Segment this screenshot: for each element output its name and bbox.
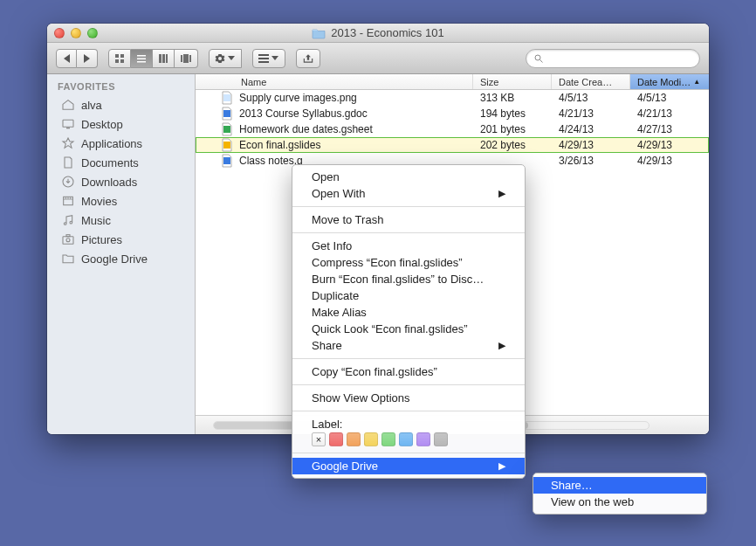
label-swatches: × bbox=[292, 431, 525, 448]
sidebar-item-applications[interactable]: Applications bbox=[47, 134, 195, 153]
search-field[interactable] bbox=[526, 49, 700, 68]
submenu-arrow-icon: ▶ bbox=[498, 340, 505, 351]
file-created: 4/21/13 bbox=[552, 107, 630, 120]
svg-rect-18 bbox=[63, 120, 73, 127]
arrange-menu[interactable] bbox=[252, 49, 285, 68]
column-view-button[interactable] bbox=[153, 49, 175, 68]
downloads-icon bbox=[61, 175, 75, 189]
svg-rect-8 bbox=[162, 54, 165, 63]
sidebar-item-home[interactable]: alva bbox=[47, 95, 195, 114]
label-swatch[interactable] bbox=[381, 432, 395, 446]
icon-view-button[interactable] bbox=[108, 49, 131, 68]
submenu-item-view-on-web[interactable]: View on the web bbox=[533, 494, 706, 510]
menu-item-open[interactable]: Open bbox=[292, 169, 525, 185]
sort-asc-icon: ▲ bbox=[693, 78, 700, 86]
window-title: 2013 - Economics 101 bbox=[47, 26, 709, 39]
label-swatch[interactable] bbox=[416, 432, 430, 446]
label-swatch[interactable] bbox=[364, 432, 378, 446]
menu-item-get-info[interactable]: Get Info bbox=[292, 238, 525, 254]
menu-item-copy[interactable]: Copy “Econ final.gslides” bbox=[292, 363, 525, 380]
list-view-button[interactable] bbox=[131, 49, 153, 68]
column-name[interactable]: Name bbox=[196, 74, 473, 89]
submenu-item-share[interactable]: Share… bbox=[533, 477, 706, 494]
svg-rect-26 bbox=[223, 110, 230, 117]
sidebar-item-music[interactable]: Music bbox=[47, 211, 195, 230]
sidebar: FAVORITES alva Desktop Applications Docu… bbox=[47, 74, 196, 434]
file-size: 313 KB bbox=[473, 92, 552, 104]
applications-icon bbox=[61, 136, 75, 150]
table-row[interactable]: 2013 Course Syllabus.gdoc194 bytes4/21/1… bbox=[196, 106, 709, 121]
sidebar-item-movies[interactable]: Movies bbox=[47, 191, 195, 211]
sidebar-item-label: Documents bbox=[81, 156, 139, 169]
svg-rect-12 bbox=[189, 55, 191, 62]
menu-item-google-drive[interactable]: Google Drive ▶ bbox=[292, 458, 525, 474]
context-menu: Open Open With ▶ Move to Trash Get Info … bbox=[292, 164, 526, 479]
sidebar-item-label: Pictures bbox=[81, 233, 122, 246]
toolbar bbox=[47, 43, 709, 74]
label-swatch[interactable] bbox=[329, 432, 343, 446]
svg-rect-9 bbox=[166, 54, 168, 63]
label-clear-button[interactable]: × bbox=[312, 432, 326, 446]
sidebar-section-title: FAVORITES bbox=[47, 79, 195, 95]
file-icon bbox=[220, 122, 234, 136]
svg-rect-15 bbox=[258, 61, 269, 63]
sidebar-item-documents[interactable]: Documents bbox=[47, 153, 195, 172]
sidebar-item-google-drive[interactable]: Google Drive bbox=[47, 249, 195, 268]
column-created[interactable]: Date Crea… bbox=[552, 74, 630, 89]
file-created: 4/24/13 bbox=[552, 123, 630, 135]
svg-point-23 bbox=[66, 238, 70, 242]
column-size[interactable]: Size bbox=[473, 74, 552, 89]
svg-rect-13 bbox=[258, 54, 269, 56]
chevron-right-icon bbox=[84, 54, 90, 63]
label-swatch[interactable] bbox=[399, 432, 413, 446]
menu-item-share[interactable]: Share ▶ bbox=[292, 337, 525, 354]
file-size: 202 bytes bbox=[473, 139, 552, 151]
forward-button[interactable] bbox=[77, 49, 98, 68]
zoom-button[interactable] bbox=[87, 28, 98, 38]
column-headers: Name Size Date Crea… Date Modi… ▲ bbox=[196, 74, 709, 90]
sidebar-item-label: Music bbox=[81, 214, 111, 227]
action-menu[interactable] bbox=[209, 49, 242, 68]
table-row[interactable]: Supply curve images.png313 KB4/5/134/5/1… bbox=[196, 90, 709, 106]
menu-item-open-with[interactable]: Open With ▶ bbox=[292, 185, 525, 202]
coverflow-view-button[interactable] bbox=[175, 49, 198, 68]
table-row[interactable]: Homework due dates.gsheet201 bytes4/24/1… bbox=[196, 121, 709, 137]
svg-rect-5 bbox=[137, 58, 146, 59]
svg-rect-29 bbox=[223, 157, 230, 164]
label-swatch[interactable] bbox=[347, 432, 361, 446]
column-modified[interactable]: Date Modi… ▲ bbox=[630, 74, 709, 89]
file-modified: 4/27/13 bbox=[630, 123, 709, 135]
submenu-arrow-icon: ▶ bbox=[498, 188, 505, 199]
sidebar-item-desktop[interactable]: Desktop bbox=[47, 114, 195, 134]
close-button[interactable] bbox=[54, 28, 65, 38]
menu-item-quick-look[interactable]: Quick Look “Econ final.gslides” bbox=[292, 321, 525, 337]
nav-buttons bbox=[56, 49, 98, 68]
menu-item-compress[interactable]: Compress “Econ final.gslides” bbox=[292, 254, 525, 271]
sidebar-item-downloads[interactable]: Downloads bbox=[47, 172, 195, 191]
svg-rect-11 bbox=[183, 54, 189, 63]
menu-item-move-to-trash[interactable]: Move to Trash bbox=[292, 211, 525, 228]
sidebar-item-label: Applications bbox=[81, 137, 142, 150]
minimize-button[interactable] bbox=[71, 28, 81, 38]
sidebar-item-pictures[interactable]: Pictures bbox=[47, 230, 195, 249]
lines-icon bbox=[258, 54, 269, 63]
menu-item-burn[interactable]: Burn “Econ final.gslides” to Disc… bbox=[292, 271, 525, 287]
back-button[interactable] bbox=[56, 49, 77, 68]
folder-icon bbox=[312, 27, 326, 39]
svg-rect-4 bbox=[137, 55, 146, 57]
chevron-down-icon bbox=[271, 56, 278, 60]
label-swatch[interactable] bbox=[434, 432, 448, 446]
svg-rect-10 bbox=[181, 55, 182, 62]
google-drive-submenu: Share… View on the web bbox=[533, 473, 707, 515]
search-input[interactable] bbox=[547, 52, 692, 65]
share-button[interactable] bbox=[296, 49, 320, 68]
file-created: 4/29/13 bbox=[552, 139, 630, 151]
menu-item-make-alias[interactable]: Make Alias bbox=[292, 304, 525, 321]
table-row[interactable]: Econ final.gslides202 bytes4/29/134/29/1… bbox=[196, 137, 709, 153]
svg-rect-3 bbox=[120, 59, 124, 63]
menu-item-duplicate[interactable]: Duplicate bbox=[292, 287, 525, 304]
menu-item-view-options[interactable]: Show View Options bbox=[292, 390, 525, 406]
pictures-icon bbox=[61, 232, 75, 246]
file-size: 201 bytes bbox=[473, 123, 552, 135]
file-modified: 4/29/13 bbox=[630, 139, 709, 151]
